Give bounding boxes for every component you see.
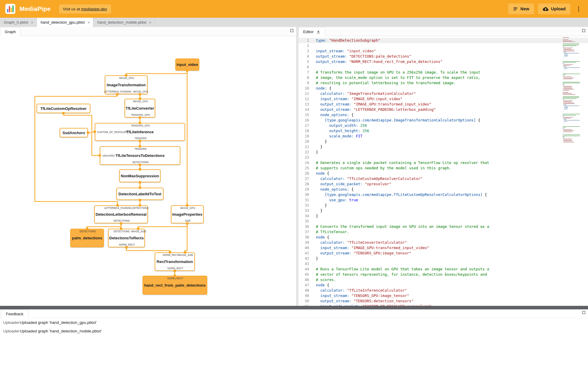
graph-node-input_video[interactable]: input_video <box>175 59 199 71</box>
code-editor[interactable]: 1type: "HandDetectionSubgraph"23input_st… <box>298 36 588 306</box>
graph-tab[interactable]: Graph <box>0 27 21 36</box>
code-line[interactable]: 25# supports custom ops needed by the mo… <box>298 165 588 171</box>
code-line[interactable]: 16 [type.googleapis.com/mediapipe.ImageT… <box>298 118 588 123</box>
expand-feedback-icon[interactable] <box>582 311 585 314</box>
code-line[interactable]: 37# TfLiteTensor. <box>298 229 588 235</box>
code-line[interactable]: 44# Runs a TensorFlow Lite model on GPU … <box>298 267 588 272</box>
code-line[interactable]: 18 output_height: 256 <box>298 128 588 134</box>
code-line[interactable]: 38node { <box>298 235 588 240</box>
panel-divider[interactable] <box>296 27 298 306</box>
graph-node-TfLiteInference[interactable]: TfLiteInferenceTENSORS_GPUCUSTOM_OP_RESO… <box>95 123 185 141</box>
graph-node-DetectionsToRects[interactable]: DetectionsToRectsDETECTIONSIMAGE_SIZENOR… <box>108 229 145 247</box>
editor-minimap[interactable] <box>563 37 584 143</box>
code-line[interactable]: 48 calculator: "TfLiteInferenceCalculato… <box>298 288 588 293</box>
code-line[interactable]: 6 <box>298 64 588 70</box>
file-tab[interactable]: hand_detection_mobile.pbtxt× <box>93 18 155 27</box>
code-line[interactable]: 50 output_stream: "TENSORS:detection_ten… <box>298 298 588 304</box>
feedback-tab[interactable]: Feedback <box>1 310 28 318</box>
code-line[interactable]: 9# resulting in potential letterboxing i… <box>298 80 588 86</box>
editor-tab[interactable]: Editor <box>298 27 325 36</box>
graph-node-ImageTransformation[interactable]: ImageTransformationIMAGE_GPULETTERBOX_PA… <box>105 75 148 94</box>
code-line[interactable]: 14 output_stream: "LETTERBOX_PADDING:let… <box>298 107 588 112</box>
code-line[interactable]: 30 [type.googleapis.com/mediapipe.TfLite… <box>298 192 588 197</box>
code-line[interactable]: 19 scale_mode: FIT <box>298 134 588 139</box>
graph-node-DetectionLetterboxRemoval[interactable]: DetectionLetterboxRemovalLETTERBOX_PADDI… <box>94 205 148 223</box>
tab-close-icon[interactable]: × <box>87 20 90 25</box>
expand-editor-icon[interactable] <box>582 29 585 32</box>
code-line[interactable]: 28 output_side_packet: "opresolver" <box>298 181 588 187</box>
graph-node-DetectionLabelIdToText[interactable]: DetectionLabelIdToText <box>116 188 164 200</box>
tab-close-icon[interactable]: × <box>149 20 151 25</box>
code-line[interactable]: 39 calculator: "TfLiteConverterCalculato… <box>298 240 588 245</box>
line-number: 29 <box>298 187 309 192</box>
feedback-message: Uploaded graph 'hand_detection_mobile.pb… <box>17 329 102 333</box>
line-number: 14 <box>298 107 309 112</box>
download-icon[interactable] <box>316 30 321 34</box>
graph-node-ImageProperties[interactable]: ImagePropertiesIMAGE_GPUSIZE <box>171 205 204 223</box>
code-line[interactable]: 4output_stream: "DETECTIONS:palm_detecti… <box>298 54 588 59</box>
code-line[interactable]: 11 calculator: "ImageTransformationCalcu… <box>298 91 588 96</box>
code-line[interactable]: 43 <box>298 261 588 267</box>
code-line[interactable]: 17 output_width: 256 <box>298 123 588 128</box>
mediapipe-logo[interactable] <box>5 4 15 14</box>
expand-graph-icon[interactable] <box>290 29 293 32</box>
code-line[interactable]: 29 node_options: { <box>298 187 588 192</box>
code-line[interactable]: 36# Converts the transformed input image… <box>298 224 588 229</box>
code-line[interactable]: 3input_stream: "input_video" <box>298 48 588 54</box>
code-line[interactable]: 2 <box>298 43 588 48</box>
graph-node-NonMaxSuppression[interactable]: NonMaxSuppression <box>119 169 161 182</box>
code-line[interactable]: 15 node_options: { <box>298 112 588 118</box>
code-line[interactable]: 21 } <box>298 144 588 150</box>
graph-node-RectTransformation[interactable]: RectTransformationNORM_RECTIMAGE_SIZENOR… <box>155 252 195 271</box>
code-line[interactable]: 51 input_side_packet: "CUSTOM_OP_RESOLVE… <box>298 304 588 306</box>
code-line[interactable]: 34} <box>298 213 588 219</box>
file-tab[interactable]: hand_detection_gpu.pbtxt× <box>37 18 94 27</box>
code-line[interactable]: 12 input_stream: "IMAGE_GPU:input_video" <box>298 96 588 102</box>
code-line[interactable]: 46# scores. <box>298 277 588 282</box>
code-line[interactable]: 23 <box>298 155 588 160</box>
code-line[interactable]: 7# Transforms the input image on GPU to … <box>298 70 588 75</box>
code-line[interactable]: 10node: { <box>298 86 588 91</box>
code-line[interactable]: 20 } <box>298 139 588 144</box>
code-line[interactable]: 35 <box>298 219 588 224</box>
line-number: 47 <box>298 282 309 288</box>
mediapipe-dev-link[interactable]: mediapipe.dev <box>81 7 107 11</box>
graph-node-TfLiteConverter[interactable]: TfLiteConverterIMAGE_GPUTENSORS_GPU <box>125 99 155 118</box>
port-dot <box>186 69 188 72</box>
new-button[interactable]: New <box>508 4 534 14</box>
graph-node-hand_rect_from_palm_detections[interactable]: hand_rect_from_palm_detectionsNORM_RECT <box>143 276 207 295</box>
file-tab[interactable]: Graph_0.pbtxt× <box>0 18 37 27</box>
code-lines[interactable]: 1type: "HandDetectionSubgraph"23input_st… <box>298 36 588 306</box>
code-line[interactable]: 47node { <box>298 282 588 288</box>
code-line[interactable]: 27 calculator: "TfLiteCustomOpResolverCa… <box>298 176 588 181</box>
code-line[interactable]: 49 input_stream: "TENSORS_GPU:image_tens… <box>298 293 588 298</box>
line-number: 22 <box>298 150 309 155</box>
code-line[interactable]: 13 output_stream: "IMAGE_GPU:transformed… <box>298 102 588 107</box>
line-number: 21 <box>298 144 309 150</box>
upload-button[interactable]: Upload <box>538 4 570 14</box>
port-dot <box>174 275 176 277</box>
code-line[interactable]: 26node { <box>298 171 588 176</box>
code-line[interactable]: 33 } <box>298 208 588 213</box>
code-line[interactable]: 22} <box>298 150 588 155</box>
code-line[interactable]: 42} <box>298 256 588 261</box>
graph-node-palm_detections[interactable]: palm_detectionsDETECTIONS <box>70 229 104 247</box>
code-line[interactable]: 5output_stream: "NORM_RECT:hand_rect_fro… <box>298 59 588 64</box>
kebab-menu-icon[interactable]: ⋮ <box>574 6 583 12</box>
code-line[interactable]: 40 input_stream: "IMAGE_GPU:transformed_… <box>298 245 588 251</box>
port-label: IMAGE_GPU <box>180 207 195 210</box>
graph-node-TfLiteTensorsToDetections[interactable]: TfLiteTensorsToDetectionsTENSORSANCHORSD… <box>100 146 180 165</box>
code-line[interactable]: 1type: "HandDetectionSubgraph" <box>298 38 588 43</box>
tab-close-icon[interactable]: × <box>31 20 33 25</box>
graph-canvas[interactable]: input_videoImageTransformationIMAGE_GPUL… <box>0 36 296 306</box>
code-line[interactable]: 24# Generates a single side packet conta… <box>298 160 588 165</box>
graph-node-SsdAnchors[interactable]: SsdAnchors <box>60 128 88 137</box>
code-line[interactable]: 32 } <box>298 203 588 208</box>
code-line[interactable]: 31 use_gpu: true <box>298 197 588 203</box>
code-line[interactable]: 45# vector of tensors representing, for … <box>298 272 588 277</box>
file-tab-label: hand_detection_mobile.pbtxt <box>97 20 146 25</box>
code-line[interactable]: 8# image, the scale_mode option is set t… <box>298 75 588 80</box>
graph-panel: Graph input_videoImageTransformationIMAG… <box>0 27 296 306</box>
code-line[interactable]: 41 output_stream: "TENSORS_GPU:image_ten… <box>298 251 588 256</box>
horizontal-scrollbar[interactable] <box>0 306 588 309</box>
